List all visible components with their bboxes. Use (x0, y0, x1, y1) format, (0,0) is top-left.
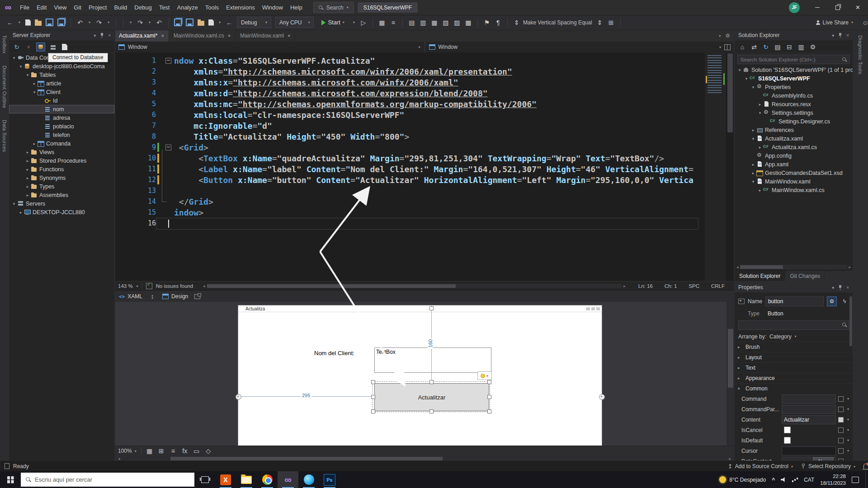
network-icon[interactable] (792, 477, 798, 482)
snap-grid-icon[interactable]: ⊞ (158, 446, 165, 456)
menu-extensions[interactable]: Extensions (222, 0, 259, 15)
redo-icon[interactable]: ↷ (137, 18, 144, 28)
server-item-synonyms[interactable]: ▸Synonyms (9, 174, 114, 182)
minimize-button[interactable] (807, 0, 827, 15)
visual-studio-taskbar-button[interactable]: ∞ (278, 471, 298, 488)
test-list-icon[interactable]: ≡ (390, 18, 397, 28)
code-line[interactable]: 2 xmlns="http://schemas.microsoft.com/wi… (114, 66, 705, 77)
hidden-icons-chevron[interactable]: ^ (772, 477, 775, 483)
undo-icon[interactable]: ↶ (76, 18, 84, 28)
keyboard-language[interactable]: CAT (804, 477, 814, 483)
close-icon[interactable]: × (846, 285, 849, 290)
live-share-button[interactable]: Live Share ▾ (816, 19, 853, 26)
side-tab-diagnostic-tools[interactable]: Diagnostic Tools (858, 35, 863, 74)
property-editor[interactable]: Actualitzar (782, 415, 836, 424)
solution-explorer-search[interactable]: Search Solution Explorer (Ctrl+;) (737, 55, 850, 64)
chevron-expanded-icon[interactable]: ▾ (11, 56, 17, 60)
undo-icon[interactable]: ↶ (156, 18, 163, 28)
start-debugging-button[interactable]: Start ▾ (318, 17, 348, 28)
show-desktop-button[interactable] (865, 471, 868, 488)
solution-item-s16sqlserverwpf[interactable]: ▾S16SQLServerWPF (735, 74, 853, 83)
server-item-nom[interactable]: nom (9, 105, 114, 113)
breadcrumb-right-dropdown[interactable]: Window ▾ (425, 42, 735, 52)
select-repository-button[interactable]: Select Repository ▴ (801, 463, 855, 469)
chevron-down-icon[interactable]: ▾ (832, 285, 834, 290)
tab-xaml[interactable]: <> XAML (119, 293, 142, 300)
menu-git[interactable]: Git (70, 0, 85, 15)
open-file-icon[interactable] (35, 21, 42, 26)
chevron-expanded-icon[interactable]: ▾ (31, 90, 38, 94)
menu-edit[interactable]: Edit (33, 0, 50, 15)
code-line[interactable]: 15indow> (114, 207, 705, 218)
title-search-box[interactable]: Search ▾ (313, 2, 354, 13)
property-editor[interactable] (782, 405, 836, 414)
solution-item-settings-settings[interactable]: ▾Settings.settings (735, 108, 853, 117)
undo-caret-icon[interactable]: ▾ (148, 18, 151, 28)
nest-files-icon[interactable]: ▤ (774, 42, 781, 52)
edge-taskbar-button[interactable] (298, 471, 319, 488)
properties-view-wrench-icon[interactable]: ⚙ (827, 296, 837, 306)
section-layout[interactable]: ▸Layout (735, 352, 853, 362)
fold-collapse-icon[interactable] (165, 145, 171, 150)
bookmark-icon[interactable]: ⚑ (483, 18, 491, 28)
property-editor[interactable] (782, 446, 836, 455)
solution-platform-dropdown[interactable]: Any CPU▾ (275, 17, 314, 28)
arrange-by-dropdown[interactable]: Arrange by: Category ▾ (735, 331, 853, 342)
tool-tab-solution-explorer[interactable]: Solution Explorer (735, 271, 785, 282)
align-bottoms-icon[interactable]: ▩ (465, 18, 472, 28)
align-centers-icon[interactable]: ▥ (420, 18, 427, 28)
close-icon[interactable]: × (846, 33, 849, 38)
tab-close-icon[interactable]: × (228, 33, 231, 38)
refresh-icon[interactable]: ↻ (13, 42, 20, 52)
code-line[interactable]: 6 xmlns:local="clr-namespace:S16SQLServe… (114, 109, 705, 120)
document-tab-mainwindow-xaml[interactable]: MainWindow.xaml× (236, 30, 295, 42)
xaml-code-editor[interactable]: 1ndow x:Class="S16SQLServerWPF.Actualitz… (114, 52, 735, 281)
code-line[interactable]: 1ndow x:Class="S16SQLServerWPF.Actualitz… (114, 55, 705, 66)
save-icon[interactable] (46, 19, 53, 26)
chevron-collapsed-icon[interactable]: ▸ (757, 102, 763, 107)
new-query-button[interactable] (61, 43, 69, 51)
menu-analyze[interactable]: Analyze (173, 0, 201, 15)
menu-test[interactable]: Test (156, 0, 174, 15)
code-line[interactable]: 13 (114, 185, 705, 196)
solution-item-actualitza-xaml[interactable]: ▾Actualitza.xaml (735, 134, 853, 143)
feedback-icon[interactable]: ☺ (862, 18, 868, 28)
popout-pane-icon[interactable] (194, 294, 200, 299)
server-item-telefon[interactable]: telefon (9, 131, 114, 139)
start-caret-icon[interactable]: ▾ (352, 18, 356, 28)
server-item-tables[interactable]: ▾Tables (9, 70, 114, 79)
menu-window[interactable]: Window (259, 0, 287, 15)
code-line[interactable]: 12 <Button x:Name="button" Content="Actu… (114, 174, 705, 185)
spacing-command-label[interactable]: ⇕ Make Vertical Spacing Equal (513, 18, 592, 28)
chevron-expanded-icon[interactable]: ▾ (757, 111, 763, 115)
show-all-files-button[interactable]: ▥ (797, 43, 805, 51)
solution-item-app-xaml[interactable]: ▸App.xaml (735, 160, 853, 169)
checkbox[interactable] (784, 427, 791, 433)
taskbar-search-box[interactable]: Escriu aquí per cercar (21, 473, 194, 487)
section-common[interactable]: ▾Common (735, 383, 853, 394)
taskbar-clock[interactable]: 22:2818/11/2023 (820, 473, 846, 486)
connect-server-button[interactable] (49, 43, 57, 51)
name-input[interactable]: button (765, 296, 824, 306)
side-tab-document-outline[interactable]: Document Outline (2, 66, 7, 108)
chevron-collapsed-icon[interactable]: ▸ (24, 184, 31, 189)
property-marker-icon[interactable] (838, 417, 844, 422)
restore-button[interactable] (827, 0, 848, 15)
solution-item-gestiocomandesdataset1-xsd[interactable]: ▸GestioComandesDataSet1.xsd (735, 169, 853, 177)
chevron-expanded-icon[interactable]: ▾ (24, 73, 31, 77)
property-marker-icon[interactable] (838, 396, 844, 402)
weather-widget[interactable]: 8°C Despejado (719, 476, 766, 483)
photoshop-taskbar-button[interactable]: Ps (319, 471, 340, 488)
checkbox[interactable] (784, 437, 791, 444)
zoom-fit-icon[interactable]: ◇ (205, 446, 212, 456)
refresh-button[interactable]: ↻ (13, 43, 21, 51)
code-line[interactable]: 8 Title="Actualitza" Height="450" Width=… (114, 131, 705, 142)
grid-toggle-icon[interactable]: ▦ (146, 446, 153, 456)
pin-icon[interactable] (838, 33, 842, 38)
stop-icon[interactable]: × (25, 42, 32, 52)
chevron-collapsed-icon[interactable]: ▸ (757, 145, 763, 150)
solution-item-references[interactable]: ▸References (735, 126, 853, 134)
code-line[interactable]: 10 <TextBox x:Name="quadreActualitza" Ma… (114, 153, 705, 164)
side-tab-data-sources[interactable]: Data Sources (2, 120, 7, 152)
start-without-debugging-icon[interactable]: ▷ (360, 18, 367, 28)
